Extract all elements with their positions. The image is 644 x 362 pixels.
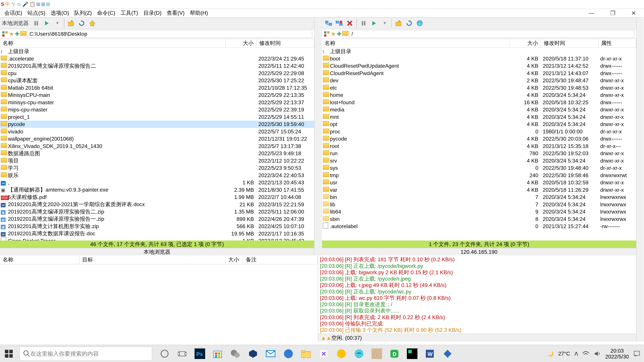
log-body[interactable]: [20:03:06] [R] 列表完成: 181 字节 耗时 0.10 秒 (0…: [318, 255, 636, 334]
taskbar-search[interactable]: [20, 347, 152, 361]
file-row[interactable]: pycode4 KB2022/5/30 20:03:06drwx------: [322, 135, 636, 143]
tree-icon[interactable]: [324, 31, 330, 37]
ime-s-icon[interactable]: S: [1, 1, 4, 7]
col-name[interactable]: 名称: [0, 39, 226, 47]
app-green-d-icon[interactable]: D: [388, 347, 402, 361]
menu-commands[interactable]: 命令(C): [94, 9, 118, 17]
close-button[interactable]: ✕: [628, 9, 639, 17]
file-row[interactable]: etc4 KB2022/5/30 19:48:53drwxr-xr-x: [322, 84, 636, 91]
file-row[interactable]: mips-cpu-master2022/5/29 22:39:19: [0, 106, 314, 113]
file-row[interactable]: CloudrResetPwdAgent4 KB2021/3/12 14:43:0…: [322, 69, 636, 77]
file-row[interactable]: media4 KB2020/3/24 5:34:24drwxr-xr-x: [322, 106, 636, 113]
minimize-button[interactable]: —: [586, 9, 597, 17]
col-attr[interactable]: 属性: [598, 39, 636, 47]
qcol-size[interactable]: 大小: [226, 255, 243, 264]
ime-zhong-icon[interactable]: 中: [5, 1, 10, 7]
file-row[interactable]: ⋈,1 KB2022/1/13 20:45:43: [0, 179, 314, 186]
menu-view[interactable]: 查看(V): [164, 9, 187, 17]
menu-sites[interactable]: 站点(S): [25, 9, 48, 17]
virtualbox-icon[interactable]: [246, 347, 260, 361]
file-row[interactable]: lib6492020/3/24 5:34:24lrwxrwxrwx: [322, 208, 636, 216]
start-button[interactable]: [0, 345, 18, 362]
star-icon[interactable]: ★: [9, 30, 14, 37]
file-row[interactable]: bin72020/3/24 5:34:24lrwxrwxrwx: [322, 194, 636, 201]
star-icon[interactable]: ★: [331, 30, 336, 37]
menu-help[interactable]: 帮助(H): [187, 9, 211, 17]
file-row[interactable]: wallpaper_engine(2001068)2021/12/31 19:0…: [0, 135, 314, 143]
file-row[interactable]: PDF5天课程修炼.pdf1.99 MB2022/2/7 10:44:08: [0, 194, 314, 201]
menu-tools[interactable]: 工具(T): [118, 9, 141, 17]
ime-punct-icon[interactable]: ㄅ: [11, 1, 16, 7]
file-row[interactable]: 娱乐2022/3/24 22:40:53: [0, 172, 314, 179]
file-row[interactable]: .autorelabel02021/3/12 15:27:44-rw------…: [322, 223, 636, 230]
col-size[interactable]: 大小: [510, 39, 541, 47]
cortana-icon[interactable]: [158, 347, 172, 361]
file-row[interactable]: opt4 KB2020/3/24 5:34:24drwxr-xr-x: [322, 121, 636, 128]
file-row[interactable]: vivado2022/5/7 15:05:24: [0, 128, 314, 135]
file-row[interactable]: 数据通路总图2022/5/23 9:49:18: [0, 150, 314, 157]
file-row[interactable]: Cisco Packet Tracer1 KB2022/1/13 20:45:4…: [0, 237, 314, 241]
menu-options[interactable]: 选项(O): [48, 9, 72, 17]
abort-button[interactable]: [345, 18, 355, 28]
app-diamond-icon[interactable]: [440, 347, 454, 361]
log-scrollbar[interactable]: [636, 255, 644, 342]
file-row[interactable]: 项目2022/1/12 10:22:22: [0, 157, 314, 164]
up-button[interactable]: [66, 18, 76, 28]
file-row[interactable]: tmp2402022/5/30 19:58:46drwxrwxrwt: [322, 172, 636, 179]
refresh-button[interactable]: [77, 18, 86, 28]
file-row[interactable]: sys02022/5/30 19:48:40dr-xr-xr-x: [322, 164, 636, 172]
msstore-icon[interactable]: [210, 347, 224, 361]
notification-icon[interactable]: [633, 350, 640, 357]
file-row[interactable]: ▦20192201高博文计算机图形学实验.zip566 KB2022/4/25 …: [0, 223, 314, 230]
file-row[interactable]: minisys-cpu-master2022/5/29 22:13:37: [0, 99, 314, 106]
file-row[interactable]: var4 KB2020/5/18 11:26:29drwxr-xr-x: [322, 186, 636, 194]
file-row[interactable]: home4 KB2020/3/24 5:34:24drwxr-xr-x: [322, 91, 636, 99]
weather-temp[interactable]: 27°C: [558, 351, 570, 357]
file-row[interactable]: 20192201高博文编译原理实验报告二2022/5/11 12:42:40: [0, 62, 314, 70]
file-row[interactable]: dev2 KB2022/5/30 19:48:47drwxr-xr-x: [322, 77, 636, 84]
file-row[interactable]: W20192201高博文数据库课设报告.doc19.95 MB2022/1/17…: [0, 230, 314, 237]
taskbar-clock[interactable]: 20:03 2022/5/30: [605, 348, 629, 360]
remote-refresh-button[interactable]: [404, 18, 414, 28]
file-row[interactable]: lib72020/3/24 5:34:24lrwxrwxrwx: [322, 201, 636, 208]
photoshop-icon[interactable]: Ps: [193, 347, 207, 361]
qcol-target[interactable]: 目标: [80, 255, 226, 264]
remote-scrollbar[interactable]: [636, 17, 644, 255]
app-yellow-icon[interactable]: [334, 347, 348, 361]
file-row[interactable]: .accelerate2022/3/24 21:29:45: [0, 55, 314, 62]
volume-icon[interactable]: [594, 351, 601, 357]
col-date[interactable]: 修改时间: [256, 39, 314, 47]
file-row[interactable]: usr4 KB2020/5/18 10:32:59drwxr-xr-x: [322, 179, 636, 186]
ime-grid2-icon[interactable]: ⊞: [41, 1, 45, 7]
ime-clipboard-icon[interactable]: 📋: [29, 1, 36, 7]
file-row[interactable]: ▣【通用破解器】amtemu.v0.9.3-painter.exe2.39 MB…: [0, 186, 314, 194]
add-bookmark-icon[interactable]: ✚: [15, 30, 20, 37]
col-date[interactable]: 修改时间: [541, 39, 598, 47]
app-anime-icon[interactable]: [370, 347, 384, 361]
file-row[interactable]: run7802022/5/30 19:52:03drwxr-xr-x: [322, 150, 636, 157]
play-button[interactable]: [42, 18, 52, 28]
tree-icon[interactable]: [2, 31, 8, 37]
home-button[interactable]: [88, 18, 97, 28]
tray-chevron-icon[interactable]: ᐱ: [574, 351, 578, 357]
search-input[interactable]: [30, 351, 148, 357]
local-scrollbar[interactable]: [314, 17, 322, 255]
menu-queue[interactable]: 队列(Z): [72, 9, 94, 17]
wifi-icon[interactable]: [582, 351, 589, 357]
file-row[interactable]: srv4 KB2020/3/24 5:34:24drwxr-xr-x: [322, 157, 636, 164]
file-row[interactable]: project_12022/5/29 14:55:11: [0, 113, 314, 121]
file-row[interactable]: boot4 KB2020/5/18 11:37:10dr-xr-xr-x: [322, 55, 636, 62]
ime-grid3-icon[interactable]: ⊞: [46, 1, 50, 7]
add-bookmark-icon[interactable]: ✚: [337, 30, 342, 37]
mail-icon[interactable]: [264, 347, 278, 361]
col-name[interactable]: 名称: [322, 39, 510, 47]
wechat-icon[interactable]: [228, 347, 242, 361]
remote-up-button[interactable]: [394, 18, 403, 28]
task-view-icon[interactable]: [175, 347, 189, 361]
file-row[interactable]: cpu课本配套2022/5/30 17:25:22: [0, 77, 314, 84]
app-purple-icon[interactable]: [317, 347, 331, 361]
file-row[interactable]: W20192201高博文2020-2021第一学期综合素质测评表.docx21 …: [0, 201, 314, 208]
qcol-remark[interactable]: 备注: [243, 255, 318, 264]
file-row[interactable]: pycode2022/5/30 19:59:40: [0, 121, 314, 128]
remote-play-button[interactable]: [369, 18, 379, 28]
